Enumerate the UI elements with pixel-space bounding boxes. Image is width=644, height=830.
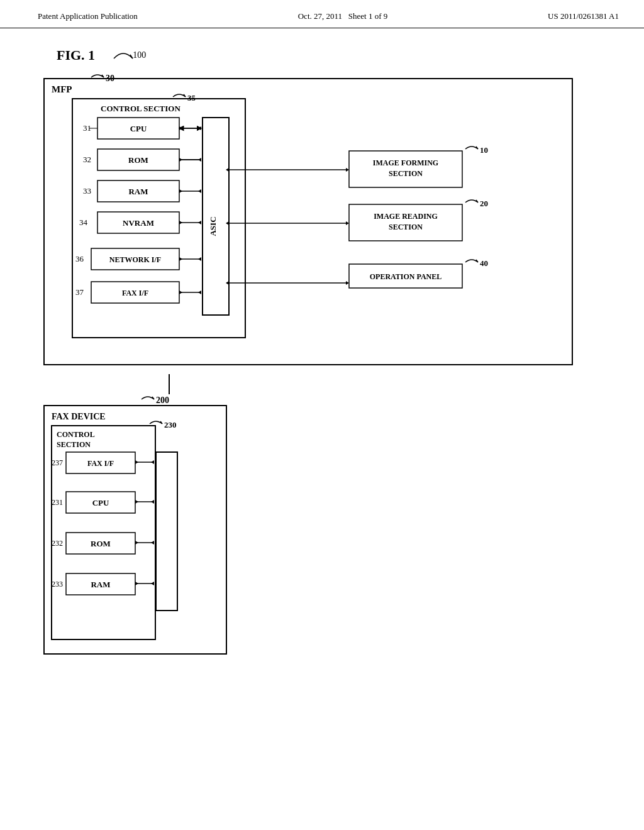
asic-bar: ASIC [208, 216, 218, 236]
fax-ref-230: 230 [164, 420, 177, 429]
image-forming-box: IMAGE FORMING [373, 158, 438, 167]
header-patent-number: US 2011/0261381 A1 [548, 11, 619, 21]
svg-rect-29 [203, 118, 229, 315]
ram-box: RAM [128, 187, 148, 196]
fax-label-237: 237 [52, 458, 63, 467]
svg-marker-35 [226, 221, 229, 225]
fax-label-231: 231 [52, 498, 63, 507]
label-36: 36 [75, 254, 84, 263]
label-33: 33 [83, 186, 91, 196]
header-sheet: Sheet 1 of 9 [348, 11, 387, 21]
svg-marker-32 [226, 168, 229, 172]
svg-text:SECTION: SECTION [389, 223, 423, 231]
fax-device-label: FAX DEVICE [52, 412, 106, 421]
fax-label-232: 232 [52, 539, 63, 548]
control-ref-35: 35 [187, 93, 196, 102]
svg-marker-47 [179, 126, 182, 130]
diagram-fax: 200 FAX DEVICE CONTROL SECTION 230 FAX I… [38, 394, 302, 658]
connector-line-mfp-fax [169, 374, 170, 394]
image-reading-box: IMAGE READING [374, 212, 438, 221]
svg-rect-70 [156, 452, 177, 611]
fax-control-label: CONTROL [57, 430, 95, 439]
svg-text:SECTION: SECTION [389, 169, 423, 178]
rom-box: ROM [128, 155, 148, 165]
ref-40: 40 [480, 258, 488, 268]
svg-marker-12 [198, 158, 201, 162]
label-34: 34 [79, 218, 88, 227]
main-content: FIG. 1 100 MFP 30 CONTROL SECTION 35 CPU [0, 28, 644, 677]
mfp-label: MFP [52, 84, 72, 94]
header-date-sheet: Oct. 27, 2011 Sheet 1 of 9 [298, 11, 388, 21]
svg-text:SECTION: SECTION [57, 440, 91, 449]
label-32: 32 [83, 155, 91, 164]
control-section-label: CONTROL SECTION [101, 104, 180, 113]
cpu-box: CPU [130, 124, 147, 133]
svg-rect-3 [72, 99, 245, 338]
diagram-mfp: MFP 30 CONTROL SECTION 35 CPU 31 ROM 32 … [38, 72, 591, 374]
svg-marker-37 [226, 281, 229, 285]
fax-ref-200: 200 [156, 396, 169, 405]
mfp-ref-30: 30 [106, 74, 114, 83]
fig-label: FIG. 1 [57, 47, 95, 64]
fax-faxif-box: FAX I/F [87, 459, 114, 468]
svg-marker-48 [198, 126, 201, 130]
svg-marker-11 [179, 158, 182, 162]
network-if-box: NETWORK I/F [109, 255, 161, 264]
label-37: 37 [75, 287, 84, 297]
fax-label-233: 233 [52, 580, 63, 589]
header-date: Oct. 27, 2011 [298, 11, 342, 21]
header-publication: Patent Application Publication [38, 11, 138, 21]
nvram-box: NVRAM [123, 218, 154, 228]
fax-cpu-box: CPU [92, 498, 109, 507]
fax-rom-box: ROM [91, 539, 111, 548]
operation-panel-box: OPERATION PANEL [370, 272, 442, 281]
ref-10: 10 [480, 145, 488, 155]
fax-ram-box: RAM [91, 580, 110, 589]
page-header: Patent Application Publication Oct. 27, … [0, 0, 644, 28]
ref-20: 20 [480, 199, 488, 208]
fax-if-box: FAX I/F [122, 289, 148, 297]
